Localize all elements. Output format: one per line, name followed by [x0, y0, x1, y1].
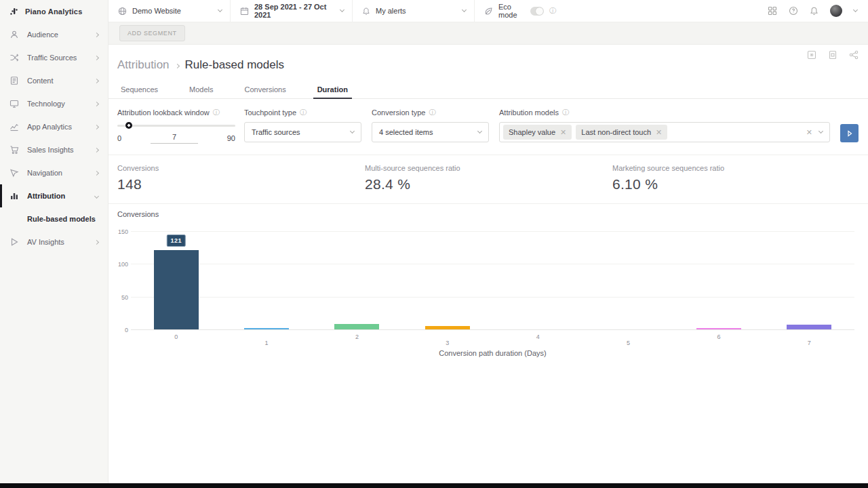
remove-chip-icon[interactable]: ✕ — [560, 129, 566, 136]
help-icon[interactable] — [789, 6, 798, 16]
sidebar-item-audience[interactable]: Audience — [0, 23, 108, 46]
conversion-type-select[interactable]: 4 selected items — [372, 122, 489, 142]
sidebar-nav: AudienceTraffic SourcesContentTechnology… — [0, 23, 108, 253]
chevron-down-icon[interactable] — [818, 129, 823, 134]
sidebar-item-navigation[interactable]: Navigation — [0, 161, 108, 184]
chip-label: Shapley value — [509, 128, 555, 136]
sidebar-item-label: App Analytics — [27, 123, 95, 131]
add-segment-button[interactable]: ADD SEGMENT — [119, 25, 185, 41]
main-content: Attribution Rule-based models SequencesM… — [108, 45, 868, 483]
bookmark-icon[interactable] — [807, 50, 816, 60]
kpi-conversions: Conversions148 — [117, 164, 365, 192]
globe-icon — [118, 7, 127, 16]
remove-chip-icon[interactable]: ✕ — [656, 129, 662, 136]
chart-plot: 05010015001234567121 — [131, 231, 854, 329]
user-avatar[interactable] — [830, 5, 842, 17]
tab-bar: SequencesModelsConversionsDuration — [108, 81, 868, 99]
lookback-slider[interactable] — [117, 122, 235, 130]
touchpoint-label: Touchpoint type ⓘ — [244, 108, 361, 117]
app-root: Piano Analytics AudienceTraffic SourcesC… — [0, 0, 868, 488]
sidebar-item-traffic-sources[interactable]: Traffic Sources — [0, 46, 108, 69]
site-selector[interactable]: Demo Website — [108, 0, 231, 22]
tab-sequences[interactable]: Sequences — [121, 81, 158, 98]
bar-day-3[interactable] — [425, 326, 470, 329]
lookback-value-input[interactable] — [151, 133, 198, 144]
chevron-right-icon — [94, 78, 99, 83]
kpi-value: 28.4 % — [365, 176, 612, 192]
conversion-type-label: Conversion type ⓘ — [372, 108, 489, 117]
sidebar-item-label: Traffic Sources — [27, 54, 95, 62]
select-controls: ✕ — [806, 129, 823, 136]
info-icon[interactable]: ⓘ — [300, 109, 307, 116]
export-report-icon[interactable] — [828, 50, 837, 60]
gridline-y-0 — [131, 329, 854, 330]
lookback-label: Attribution lookback window ⓘ — [117, 108, 235, 117]
filters-row: Attribution lookback window ⓘ 0 90 Touch… — [117, 108, 859, 144]
date-range-selector[interactable]: 28 Sep 2021 - 27 Oct 2021 — [231, 0, 353, 22]
app-analytics-icon — [9, 122, 20, 131]
breadcrumb-parent[interactable]: Attribution — [117, 58, 170, 72]
slider-handle[interactable] — [125, 122, 132, 129]
bar-day-0[interactable] — [154, 250, 199, 329]
alerts-selector[interactable]: My alerts — [353, 0, 475, 22]
alerts-label: My alerts — [376, 7, 457, 15]
chevron-down-icon — [477, 129, 482, 134]
sidebar-item-sales-insights[interactable]: Sales Insights — [0, 138, 108, 161]
clear-selection-icon[interactable]: ✕ — [806, 129, 812, 136]
info-icon[interactable]: ⓘ — [429, 109, 436, 116]
x-axis-tick-label: 4 — [536, 333, 540, 340]
chevron-down-icon[interactable] — [853, 7, 858, 12]
attribution-models-filter: Attribution models ⓘ Shapley value✕Last … — [499, 108, 830, 144]
chip-label: Last non-direct touch — [581, 128, 651, 136]
model-chip-last-non-direct-touch[interactable]: Last non-direct touch✕ — [576, 125, 667, 140]
tab-label: Duration — [317, 85, 348, 94]
content-actions — [807, 50, 859, 60]
slider-track[interactable] — [117, 125, 235, 127]
kpi-label: Marketing source sequences ratio — [612, 164, 860, 172]
site-selector-label: Demo Website — [132, 7, 213, 15]
info-icon[interactable]: ⓘ — [562, 109, 569, 116]
x-axis-tick-label: 6 — [717, 333, 720, 340]
conversions-chart: Conversions 05010015001234567121 Convers… — [117, 210, 859, 367]
eco-mode-toggle[interactable] — [530, 7, 544, 16]
bar-value-tooltip: 121 — [166, 235, 186, 247]
kpi-marketing-source-sequences-ratio: Marketing source sequences ratio6.10 % — [612, 164, 860, 192]
share-icon[interactable] — [849, 50, 859, 60]
touchpoint-value: Traffic sources — [252, 128, 351, 136]
sidebar-item-av-insights[interactable]: AV Insights — [0, 230, 108, 253]
topbar: Demo Website 28 Sep 2021 - 27 Oct 2021 M… — [108, 0, 868, 22]
chevron-right-icon — [94, 147, 99, 152]
chevron-right-icon — [94, 170, 99, 175]
tab-models[interactable]: Models — [189, 81, 213, 98]
sidebar-item-content[interactable]: Content — [0, 69, 108, 92]
tab-conversions[interactable]: Conversions — [245, 81, 286, 98]
chevron-down-icon — [462, 7, 467, 12]
chevron-right-icon — [94, 55, 99, 60]
x-axis-tick-label: 2 — [355, 333, 359, 340]
sidebar-item-technology[interactable]: Technology — [0, 92, 108, 115]
model-chip-shapley-value[interactable]: Shapley value✕ — [503, 125, 572, 140]
tab-duration[interactable]: Duration — [317, 81, 348, 98]
notifications-bell-icon[interactable] — [810, 6, 818, 16]
bar-day-7[interactable] — [787, 325, 831, 329]
bar-day-2[interactable] — [334, 324, 379, 329]
sidebar-item-label: AV Insights — [27, 238, 95, 246]
sidebar-item-label: Audience — [27, 30, 95, 39]
bar-day-1[interactable] — [244, 328, 289, 329]
logo[interactable]: Piano Analytics — [0, 0, 108, 23]
chevron-down-icon — [94, 193, 99, 198]
sidebar-item-app-analytics[interactable]: App Analytics — [0, 115, 108, 138]
touchpoint-select[interactable]: Traffic sources — [244, 122, 361, 142]
info-icon[interactable]: ⓘ — [549, 7, 556, 14]
chevron-right-icon — [94, 124, 99, 129]
bar-day-6[interactable] — [696, 328, 741, 329]
y-axis-tick-label: 0 — [117, 327, 128, 333]
sidebar-item-rule-based-models[interactable]: Rule-based models — [0, 207, 108, 230]
eco-mode-label: Eco mode — [498, 3, 525, 19]
apps-grid-icon[interactable] — [768, 6, 777, 16]
eco-mode-section: Eco mode ⓘ — [475, 0, 564, 22]
sidebar-item-attribution[interactable]: Attribution — [0, 184, 108, 207]
info-icon[interactable]: ⓘ — [213, 109, 220, 116]
apply-filters-button[interactable] — [840, 124, 859, 142]
attribution-models-select[interactable]: Shapley value✕Last non-direct touch✕ ✕ — [499, 122, 830, 142]
